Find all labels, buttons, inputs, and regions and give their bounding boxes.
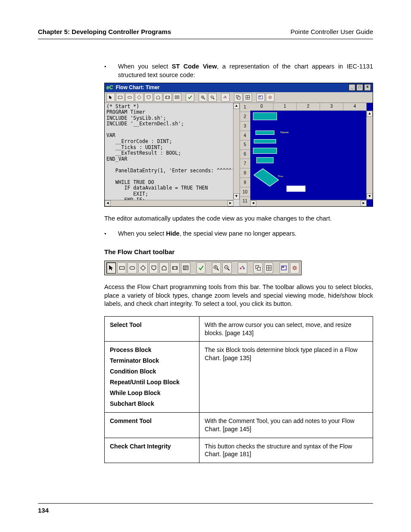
col-headers: 0 1 2 3 4 <box>250 103 367 111</box>
scroll-down-icon[interactable]: ▼ <box>367 193 373 199</box>
check-integrity-icon[interactable] <box>186 93 194 102</box>
app-icon: eC <box>106 84 113 90</box>
code-hscrollbar[interactable]: ◄ ► <box>105 200 234 206</box>
replace-vars-icon[interactable]: ab <box>238 262 247 274</box>
scroll-left-icon[interactable]: ◄ <box>105 200 111 206</box>
row-headers: 1 2 3 4 5 6 7 8 9 10 11 <box>240 103 251 206</box>
bullet-text: When you select Hide, the special view p… <box>118 230 373 238</box>
svg-rect-49 <box>282 267 284 268</box>
tool-description: With the Comment Tool, you can add notes… <box>199 412 373 438</box>
settings-icon[interactable] <box>266 93 274 102</box>
svg-rect-25 <box>119 267 124 269</box>
minimize-button[interactable]: _ <box>349 84 355 91</box>
terminator-block-icon[interactable] <box>125 93 134 102</box>
settings-icon[interactable] <box>290 262 299 274</box>
process-block-icon[interactable] <box>116 93 125 102</box>
chart-hscrollbar[interactable]: ◄ ► <box>250 200 367 206</box>
table-row: Process Block Terminator Block Condition… <box>105 342 373 412</box>
tool-label: Repeat/Until Loop Block <box>110 378 194 386</box>
scroll-left-icon[interactable]: ◄ <box>250 200 256 206</box>
st-code-pane: (* Start *) PROGRAM Timer INCLUDE 'SysLi… <box>105 103 240 206</box>
section-heading: The Flow Chart toolbar <box>104 248 373 256</box>
subchart-block-icon[interactable] <box>163 93 172 102</box>
code-vscrollbar[interactable]: ▲ ▼ <box>233 103 240 199</box>
svg-rect-18 <box>238 96 240 99</box>
tool-label: Check Chart Integrity <box>110 442 194 451</box>
zoom-in-icon[interactable] <box>212 262 221 274</box>
condition-block-icon[interactable] <box>135 93 143 102</box>
svg-line-35 <box>217 269 219 271</box>
tool-label: While Loop Block <box>110 389 194 397</box>
svg-text:a: a <box>240 266 242 270</box>
svg-text:a: a <box>224 96 225 99</box>
while-loop-block-icon[interactable] <box>159 262 169 274</box>
copy-view-icon[interactable] <box>253 262 263 274</box>
pointer-icon[interactable] <box>106 93 115 102</box>
tool-label: Terminator Block <box>110 357 194 365</box>
flowchart-block[interactable] <box>255 131 274 135</box>
tool-label: Comment Tool <box>110 417 194 425</box>
embedded-toolbar: ab <box>105 92 373 103</box>
flowchart-pane: 1 2 3 4 5 6 7 8 9 10 11 0 1 <box>240 103 373 206</box>
svg-point-50 <box>293 267 296 269</box>
tool-description: The six Block tools determine block type… <box>199 342 373 412</box>
labels-icon[interactable] <box>280 262 289 274</box>
table-row: Select Tool With the arrow cursor you ca… <box>105 316 373 342</box>
svg-rect-22 <box>259 96 263 99</box>
flowchart-block[interactable] <box>253 148 277 154</box>
svg-rect-26 <box>130 267 135 269</box>
flowchart-block[interactable] <box>286 186 305 192</box>
bullet-marker: ▪ <box>104 62 110 79</box>
labels-icon[interactable] <box>256 93 265 102</box>
tool-label: Select Tool <box>110 321 194 329</box>
special-view-icon[interactable] <box>243 93 252 102</box>
page-number: 134 <box>38 503 373 515</box>
repeat-loop-block-icon[interactable] <box>149 262 159 274</box>
subchart-block-icon[interactable] <box>170 262 180 274</box>
flowchart-label: Repeat <box>280 131 289 134</box>
condition-block-icon[interactable] <box>138 262 148 274</box>
flowchart-condition[interactable] <box>253 168 279 186</box>
comment-block-icon[interactable] <box>181 262 190 274</box>
window-titlebar: eC Flow Chart: Timer _ □ × <box>105 83 373 92</box>
zoom-out-icon[interactable] <box>222 262 232 274</box>
scroll-down-icon[interactable]: ▼ <box>234 193 240 199</box>
flowchart-block[interactable] <box>256 157 274 163</box>
svg-line-13 <box>213 98 215 99</box>
zoom-in-icon[interactable] <box>199 93 207 102</box>
tool-label: Subchart Block <box>110 400 194 408</box>
chart-vscrollbar[interactable]: ▲ ▼ <box>366 111 373 199</box>
flowchart-block[interactable] <box>253 112 277 120</box>
flowchart-block[interactable] <box>254 139 276 143</box>
svg-rect-23 <box>259 96 261 97</box>
comment-block-icon[interactable] <box>173 93 181 102</box>
guide-title: Pointe Controller User Guide <box>290 28 373 36</box>
repeat-loop-block-icon[interactable] <box>144 93 153 102</box>
replace-vars-icon[interactable]: ab <box>221 93 230 102</box>
zoom-out-icon[interactable] <box>208 93 217 102</box>
svg-line-9 <box>204 98 205 99</box>
terminator-block-icon[interactable] <box>128 262 137 274</box>
pointer-icon[interactable] <box>106 262 116 274</box>
special-view-icon[interactable] <box>264 262 274 274</box>
scroll-up-icon[interactable]: ▲ <box>234 103 240 109</box>
while-loop-block-icon[interactable] <box>154 93 162 102</box>
table-row: Comment Tool With the Comment Tool, you … <box>105 412 373 438</box>
svg-rect-0 <box>118 96 122 99</box>
tool-label: Process Block <box>110 346 194 354</box>
flowchart-canvas[interactable]: Repeat True <box>250 111 367 200</box>
close-button[interactable]: × <box>364 84 371 91</box>
tool-description: This button checks the structure and syn… <box>199 438 373 463</box>
bullet-text: When you select ST Code View, a represen… <box>118 62 373 79</box>
maximize-button[interactable]: □ <box>356 84 363 91</box>
check-integrity-icon[interactable] <box>196 262 206 274</box>
flowchart-label: True <box>278 174 283 178</box>
process-block-icon[interactable] <box>117 262 127 274</box>
window-title: Flow Chart: Timer <box>116 84 160 90</box>
copy-view-icon[interactable] <box>234 93 243 102</box>
scroll-up-icon[interactable]: ▲ <box>367 111 373 117</box>
tool-label: Condition Block <box>110 367 194 376</box>
scroll-right-icon[interactable]: ► <box>227 200 234 206</box>
para-after-window: The editor automatically updates the cod… <box>104 215 373 223</box>
scroll-right-icon[interactable]: ► <box>361 200 367 206</box>
